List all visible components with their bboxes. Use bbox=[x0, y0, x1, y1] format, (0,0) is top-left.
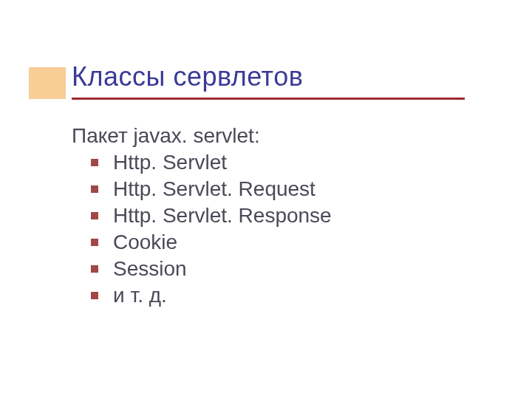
list-item-text: Http. Servlet. Response bbox=[113, 204, 332, 228]
list-item: Cookie bbox=[91, 231, 471, 254]
list-item-text: и т. д. bbox=[113, 284, 167, 307]
square-bullet-icon bbox=[91, 265, 98, 273]
square-bullet-icon bbox=[91, 185, 98, 193]
list-item: Session bbox=[91, 257, 471, 281]
list-item: Http. Servlet bbox=[91, 151, 471, 174]
title-underline bbox=[72, 98, 465, 100]
list-item-text: Session bbox=[113, 257, 187, 281]
list-item: Http. Servlet. Response bbox=[91, 204, 471, 228]
slide-title: Классы сервлетов bbox=[72, 61, 303, 92]
list-item: Http. Servlet. Request bbox=[91, 177, 471, 201]
list-item-text: Cookie bbox=[113, 231, 177, 254]
square-bullet-icon bbox=[91, 239, 98, 246]
slide-body: Пакет javax. servlet: Http. Servlet Http… bbox=[72, 124, 471, 310]
bullet-list: Http. Servlet Http. Servlet. Request Htt… bbox=[72, 151, 471, 307]
title-wrap: Классы сервлетов bbox=[72, 61, 303, 92]
square-bullet-icon bbox=[91, 212, 98, 219]
accent-block bbox=[29, 67, 66, 99]
list-item-text: Http. Servlet. Request bbox=[113, 177, 316, 201]
square-bullet-icon bbox=[91, 292, 98, 299]
square-bullet-icon bbox=[91, 159, 98, 166]
list-item-text: Http. Servlet bbox=[113, 151, 227, 174]
list-item: и т. д. bbox=[91, 284, 471, 307]
intro-text: Пакет javax. servlet: bbox=[72, 124, 471, 148]
